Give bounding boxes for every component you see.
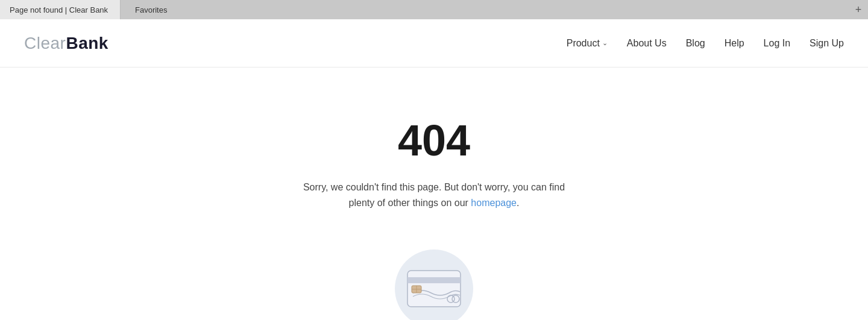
error-code: 404 [398, 116, 470, 165]
favorites-tab[interactable]: Favorites [121, 5, 849, 14]
logo-clear: Clear [24, 34, 66, 53]
navbar: Clear Bank Product ⌄ About Us Blog Help … [0, 19, 868, 67]
logo-bank: Bank [66, 34, 108, 53]
error-line2-end: . [517, 198, 519, 208]
svg-rect-1 [407, 277, 461, 283]
error-line2: plenty of other things on our [349, 198, 468, 208]
main-content: 404 Sorry, we couldn't find this page. B… [0, 67, 868, 320]
nav-blog-label: Blog [686, 38, 705, 48]
nav-signup[interactable]: Sign Up [810, 38, 844, 49]
nav-login-label: Log In [764, 38, 790, 48]
add-tab-icon: + [855, 4, 862, 16]
nav-help-label: Help [725, 38, 744, 48]
error-line1: Sorry, we couldn't find this page. But d… [303, 182, 565, 192]
nav-about-us[interactable]: About Us [627, 38, 667, 49]
error-message: Sorry, we couldn't find this page. But d… [303, 180, 565, 210]
credit-card-svg [407, 270, 461, 307]
favorites-label: Favorites [135, 5, 167, 14]
card-illustration [392, 246, 476, 320]
logo[interactable]: Clear Bank [24, 34, 108, 53]
nav-links: Product ⌄ About Us Blog Help Log In Sign… [567, 38, 844, 49]
active-tab[interactable]: Page not found | Clear Bank [0, 0, 121, 19]
nav-product-label: Product [567, 38, 600, 49]
add-tab-button[interactable]: + [849, 0, 868, 19]
nav-about-us-label: About Us [627, 38, 667, 48]
tab-bar: Page not found | Clear Bank Favorites + [0, 0, 868, 19]
nav-login[interactable]: Log In [764, 38, 790, 49]
active-tab-label: Page not found | Clear Bank [10, 5, 108, 14]
nav-signup-label: Sign Up [810, 38, 844, 48]
nav-blog[interactable]: Blog [686, 38, 705, 49]
nav-help[interactable]: Help [725, 38, 744, 49]
homepage-link[interactable]: homepage [471, 198, 517, 208]
chevron-down-icon: ⌄ [602, 39, 608, 47]
nav-product[interactable]: Product ⌄ [567, 38, 608, 49]
